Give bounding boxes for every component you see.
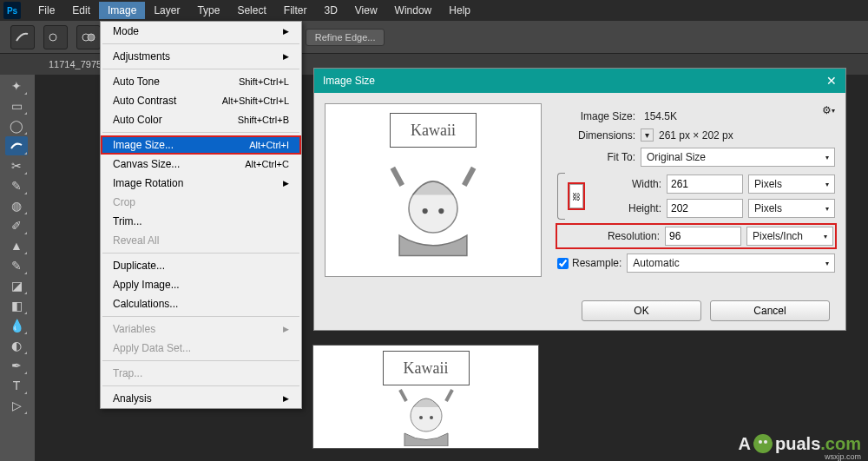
- menu-reveal-all: Reveal All: [101, 231, 301, 250]
- svg-line-12: [464, 168, 474, 185]
- resample-checkbox[interactable]: Resample:: [557, 257, 621, 269]
- menu-apply-data-set: Apply Data Set...: [101, 339, 301, 358]
- menu-image[interactable]: Image: [99, 2, 145, 19]
- dialog-close-icon[interactable]: ✕: [826, 74, 837, 88]
- menu-calculations[interactable]: Calculations...: [101, 294, 301, 313]
- menu-trim[interactable]: Trim...: [101, 212, 301, 231]
- menu-duplicate[interactable]: Duplicate...: [101, 256, 301, 275]
- menu-trap: Trap...: [101, 364, 301, 383]
- blur-tool[interactable]: 💧: [5, 316, 28, 335]
- menu-variables: Variables▶: [101, 319, 301, 339]
- menu-type[interactable]: Type: [188, 2, 228, 19]
- menu-analysis[interactable]: Analysis▶: [101, 389, 301, 408]
- svg-point-5: [430, 416, 433, 419]
- eraser-tool[interactable]: ◪: [5, 276, 28, 295]
- watermark-url: wsxjp.com: [825, 452, 861, 461]
- ok-button[interactable]: OK: [582, 300, 701, 321]
- type-tool[interactable]: T: [5, 376, 28, 395]
- height-input[interactable]: [667, 199, 743, 218]
- menu-view[interactable]: View: [346, 2, 386, 19]
- fit-to-select[interactable]: Original Size▾: [641, 148, 835, 167]
- app-logo: Ps: [3, 2, 21, 19]
- menu-canvas-size[interactable]: Canvas Size...Alt+Ctrl+C: [101, 155, 301, 174]
- menu-auto-contrast[interactable]: Auto ContrastAlt+Shift+Ctrl+L: [101, 91, 301, 110]
- document-tab-name: 11714_7975: [49, 59, 102, 69]
- svg-point-14: [759, 440, 762, 444]
- preview-character: [372, 148, 494, 269]
- svg-point-10: [438, 208, 444, 214]
- resolution-unit-select[interactable]: Pixels/Inch▾: [746, 227, 833, 246]
- menu-select[interactable]: Select: [228, 2, 274, 19]
- image-size-label: Image Size:: [557, 110, 635, 122]
- image-menu-dropdown: Mode▶ Adjustments▶ Auto ToneShift+Ctrl+L…: [100, 21, 302, 409]
- watermark-logo-icon: [751, 431, 775, 456]
- svg-point-15: [764, 440, 767, 444]
- width-unit-select[interactable]: Pixels▾: [748, 175, 835, 194]
- healing-brush-tool[interactable]: ◍: [5, 196, 28, 215]
- brush-picker-icon[interactable]: [43, 25, 68, 49]
- menu-edit[interactable]: Edit: [63, 2, 99, 19]
- menu-adjustments[interactable]: Adjustments▶: [101, 47, 301, 66]
- image-size-value: 154.5K: [641, 110, 821, 122]
- menu-3d[interactable]: 3D: [315, 2, 345, 19]
- width-label: Width:: [609, 178, 661, 190]
- menu-apply-image[interactable]: Apply Image...: [101, 275, 301, 294]
- canvas-sign: Kawaii: [383, 351, 470, 385]
- menu-filter[interactable]: Filter: [275, 2, 316, 19]
- history-brush-tool[interactable]: ✎: [5, 256, 28, 275]
- menu-file[interactable]: File: [30, 2, 63, 19]
- dialog-preview: Kawaii: [325, 103, 542, 277]
- gradient-tool[interactable]: ◧: [5, 296, 28, 315]
- dialog-title: Image Size: [323, 75, 375, 87]
- dimensions-label: Dimensions:: [557, 129, 635, 142]
- height-label: Height:: [609, 202, 661, 214]
- brush-tool[interactable]: ✐: [5, 216, 28, 235]
- svg-point-2: [88, 34, 95, 41]
- resample-select[interactable]: Automatic▾: [627, 254, 835, 273]
- path-selection-tool[interactable]: ▷: [5, 396, 28, 415]
- menu-layer[interactable]: Layer: [145, 2, 188, 19]
- svg-line-7: [446, 390, 452, 401]
- menubar: Ps File Edit Image Layer Type Select Fil…: [0, 0, 868, 21]
- menu-auto-tone[interactable]: Auto ToneShift+Ctrl+L: [101, 72, 301, 91]
- crop-tool[interactable]: ✂: [5, 156, 28, 175]
- menu-help[interactable]: Help: [440, 2, 479, 19]
- lasso-tool[interactable]: ◯: [5, 116, 28, 135]
- clone-stamp-tool[interactable]: ▲: [5, 236, 28, 255]
- canvas-image: Kawaii: [312, 345, 539, 449]
- svg-point-9: [423, 208, 428, 214]
- quick-selection-tool[interactable]: [5, 136, 28, 155]
- menu-crop: Crop: [101, 193, 301, 212]
- menu-window[interactable]: Window: [386, 2, 441, 19]
- tool-preset-icon[interactable]: [10, 25, 35, 49]
- svg-line-6: [400, 390, 406, 401]
- menu-auto-color[interactable]: Auto ColorShift+Ctrl+B: [101, 110, 301, 129]
- cancel-button[interactable]: Cancel: [710, 300, 830, 321]
- fit-to-label: Fit To:: [557, 151, 635, 163]
- image-size-dialog: Image Size ✕ Kawaii ⚙▾ Image Size: 154.5…: [313, 68, 846, 331]
- marquee-tool[interactable]: ▭: [5, 96, 28, 115]
- menu-image-size[interactable]: Image Size...Alt+Ctrl+I: [101, 135, 301, 155]
- svg-line-11: [392, 168, 402, 185]
- dodge-tool[interactable]: ◐: [5, 336, 28, 355]
- width-input[interactable]: [667, 175, 743, 194]
- menu-image-rotation[interactable]: Image Rotation▶: [101, 174, 301, 193]
- resolution-label: Resolution:: [582, 230, 660, 242]
- menu-mode[interactable]: Mode▶: [101, 22, 301, 41]
- link-icon[interactable]: ⛓: [569, 184, 583, 208]
- height-unit-select[interactable]: Pixels▾: [748, 199, 835, 218]
- gear-icon[interactable]: ⚙▾: [821, 103, 835, 117]
- dimensions-unit-icon[interactable]: ▾: [641, 128, 654, 142]
- brush-mode-icon[interactable]: [76, 25, 101, 49]
- pen-tool[interactable]: ✒: [5, 356, 28, 375]
- resolution-input[interactable]: [665, 227, 741, 246]
- tools-panel: ✦ ▭ ◯ ✂ ✎ ◍ ✐ ▲ ✎ ◪ ◧ 💧 ◐ ✒ T ▷: [0, 75, 33, 415]
- refine-edge-button[interactable]: Refine Edge...: [306, 29, 385, 46]
- svg-point-13: [753, 434, 773, 453]
- preview-sign: Kawaii: [390, 113, 477, 148]
- dimensions-value: 261 px × 202 px: [659, 129, 835, 142]
- dialog-titlebar[interactable]: Image Size ✕: [314, 69, 845, 93]
- eyedropper-tool[interactable]: ✎: [5, 176, 28, 195]
- svg-point-0: [49, 34, 56, 41]
- move-tool[interactable]: ✦: [5, 76, 28, 95]
